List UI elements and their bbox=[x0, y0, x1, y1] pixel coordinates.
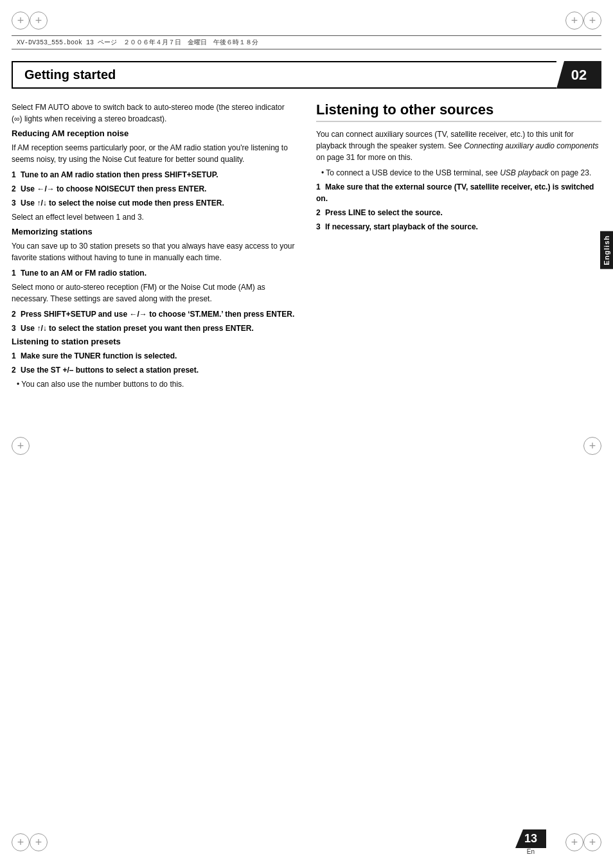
left-column: Select FM AUTO above to switch back to a… bbox=[12, 102, 297, 393]
bottom-area: 13 En bbox=[0, 829, 613, 855]
reducing-am-step1: 1 Tune to an AM radio station then press… bbox=[12, 169, 297, 181]
listening-presets-step2: 2 Use the ST +/– buttons to select a sta… bbox=[12, 364, 297, 376]
reducing-am-heading: Reducing AM reception noise bbox=[12, 128, 297, 138]
memorizing-stations-body: You can save up to 30 station presets so… bbox=[12, 240, 297, 263]
memorizing-stations-step1-sub: Select mono or auto-stereo reception (FM… bbox=[12, 281, 297, 305]
listening-presets-step2-bullet: You can also use the number buttons to d… bbox=[12, 378, 297, 390]
listening-other-step2: 2 Press LINE to select the source. bbox=[316, 207, 601, 218]
section-listening-presets: Listening to station presets 1 Make sure… bbox=[12, 337, 297, 390]
english-tab: English bbox=[600, 231, 613, 269]
reducing-am-step3-sub: Select an effect level between 1 and 3. bbox=[12, 211, 297, 223]
memorizing-stations-step2: 2 Press SHIFT+SETUP and use ←/→ to choos… bbox=[12, 308, 297, 320]
section-reducing-am: Reducing AM reception noise If AM recept… bbox=[12, 128, 297, 223]
memorizing-stations-heading: Memorizing stations bbox=[12, 227, 297, 236]
listening-other-step1: 1 Make sure that the external source (TV… bbox=[316, 181, 601, 204]
section-memorizing-stations: Memorizing stations You can save up to 3… bbox=[12, 227, 297, 334]
listening-presets-step1: 1 Make sure the TUNER function is select… bbox=[12, 350, 297, 362]
page-wrapper: XV-DV353_555.book 13 ページ ２００６年４月７日 金曜日 午… bbox=[0, 0, 613, 868]
bottom-left-reg-mark bbox=[12, 833, 30, 851]
top-center-right-reg-mark bbox=[565, 12, 583, 30]
right-column: Listening to other sources You can conne… bbox=[316, 102, 601, 393]
header-section: Getting started 02 bbox=[12, 61, 601, 89]
page-number-box: 13 bbox=[515, 829, 546, 848]
file-info-text: XV-DV353_555.book 13 ページ ２００６年４月７日 金曜日 午… bbox=[17, 39, 258, 46]
listening-presets-heading: Listening to station presets bbox=[12, 337, 297, 346]
chapter-number: 02 bbox=[556, 61, 601, 89]
top-left-reg-mark bbox=[12, 12, 30, 30]
listening-other-sources-title: Listening to other sources bbox=[316, 102, 601, 122]
page-lang: En bbox=[515, 848, 546, 855]
page-number-area: 13 En bbox=[515, 829, 546, 855]
chapter-title: Getting started bbox=[12, 61, 556, 89]
intro-text: Select FM AUTO above to switch back to a… bbox=[12, 102, 297, 125]
file-info-bar: XV-DV353_555.book 13 ページ ２００６年４月７日 金曜日 午… bbox=[12, 35, 601, 49]
reducing-am-step3: 3 Use ↑/↓ to select the noise cut mode t… bbox=[12, 197, 297, 209]
memorizing-stations-step1: 1 Tune to an AM or FM radio station. bbox=[12, 267, 297, 279]
top-right-reg-mark bbox=[583, 12, 601, 30]
bottom-center-right-reg-mark bbox=[565, 833, 583, 851]
bottom-center-left-reg-mark bbox=[30, 833, 48, 851]
bottom-right-reg-mark bbox=[583, 833, 601, 851]
top-marks-row bbox=[0, 0, 613, 35]
listening-other-sources-intro: You can connect auxiliary sources (TV, s… bbox=[316, 128, 601, 163]
memorizing-stations-step3: 3 Use ↑/↓ to select the station preset y… bbox=[12, 323, 297, 334]
top-center-left-reg-mark bbox=[30, 12, 48, 30]
listening-other-step3: 3 If necessary, start playback of the so… bbox=[316, 221, 601, 233]
mid-right-reg-mark bbox=[583, 437, 601, 455]
listening-other-sources-usb-bullet: To connect a USB device to the USB termi… bbox=[316, 167, 601, 179]
mid-left-reg-mark bbox=[12, 437, 30, 455]
reducing-am-step2: 2 Use ←/→ to choose NOISECUT then press … bbox=[12, 183, 297, 195]
content-area: Select FM AUTO above to switch back to a… bbox=[12, 102, 601, 393]
reducing-am-body: If AM reception seems particularly poor,… bbox=[12, 142, 297, 165]
